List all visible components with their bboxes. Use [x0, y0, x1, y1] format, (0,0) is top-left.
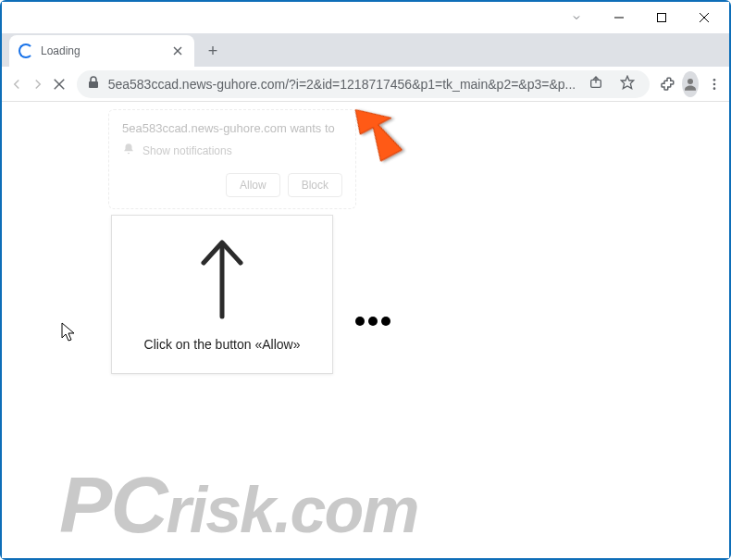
tab-title: Loading [41, 44, 81, 57]
up-arrow-icon [198, 237, 246, 324]
browser-toolbar: 5ea583ccad.news-guhore.com/?i=2&id=12187… [2, 67, 729, 102]
block-button[interactable]: Block [288, 173, 342, 197]
browser-tab[interactable]: Loading [9, 35, 194, 67]
maximize-button[interactable] [640, 3, 683, 32]
instruction-text: Click on the button «Allow» [144, 337, 301, 352]
svg-rect-8 [89, 81, 98, 88]
svg-marker-17 [62, 323, 74, 341]
cursor-icon [61, 322, 76, 346]
new-tab-button[interactable]: + [200, 38, 226, 64]
share-icon[interactable] [585, 75, 607, 93]
window-dropdown[interactable] [555, 3, 598, 32]
instruction-card: Click on the button «Allow» [111, 215, 333, 374]
svg-point-12 [712, 79, 715, 81]
stop-button[interactable] [50, 70, 69, 98]
back-button[interactable] [7, 70, 27, 98]
svg-point-14 [712, 87, 715, 90]
notification-permission-prompt: 5ea583ccad.news-guhore.com wants to Show… [108, 109, 356, 209]
notification-origin: 5ea583ccad.news-guhore.com wants to [122, 121, 342, 135]
window-titlebar [2, 2, 729, 33]
annotation-arrow [346, 102, 411, 176]
svg-rect-1 [658, 14, 666, 22]
close-tab-button[interactable] [170, 44, 185, 58]
address-bar[interactable]: 5ea583ccad.news-guhore.com/?i=2&id=12187… [77, 70, 650, 98]
tab-bar: Loading + [2, 33, 729, 67]
svg-marker-10 [622, 76, 634, 88]
forward-button[interactable] [29, 70, 48, 98]
url-text: 5ea583ccad.news-guhore.com/?i=2&id=12187… [108, 77, 576, 92]
bell-icon [122, 143, 135, 158]
loading-dots-icon [355, 317, 390, 326]
minimize-button[interactable] [598, 3, 640, 32]
notification-sub: Show notifications [122, 143, 342, 158]
svg-point-11 [688, 79, 693, 84]
close-window-button[interactable] [683, 3, 725, 32]
bookmark-icon[interactable] [616, 75, 638, 93]
loading-spinner-icon [19, 44, 33, 58]
allow-button[interactable]: Allow [226, 173, 280, 197]
lock-icon [88, 76, 99, 92]
svg-point-13 [712, 82, 715, 85]
kebab-menu-icon[interactable] [704, 70, 724, 98]
profile-avatar[interactable] [682, 71, 699, 97]
page-content: 5ea583ccad.news-guhore.com wants to Show… [2, 102, 729, 558]
browser-window: Loading + 5ea583ccad.news-guhore.com/?i=… [0, 0, 731, 560]
watermark: PCrisk.com [59, 459, 417, 551]
extensions-icon[interactable] [657, 70, 676, 98]
svg-marker-15 [349, 102, 407, 164]
